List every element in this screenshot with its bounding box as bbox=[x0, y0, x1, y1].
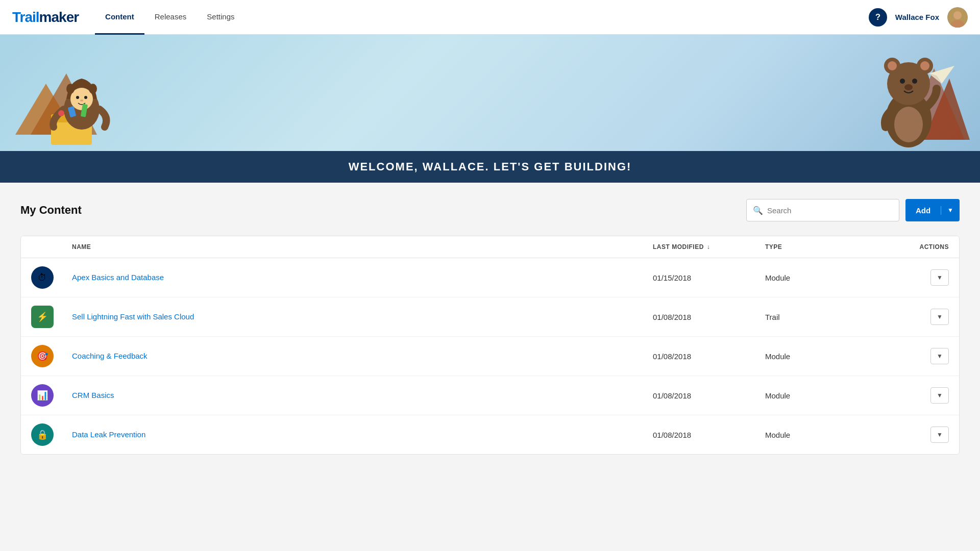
table-row: 🔒 Data Leak Prevention 01/08/2018 Module… bbox=[21, 415, 959, 454]
logo-maker: maker bbox=[39, 9, 79, 25]
svg-point-28 bbox=[894, 107, 923, 142]
main-content: My Content 🔍 Add ▼ NAME LAST MODIFIED ↓ bbox=[0, 183, 980, 471]
row-actions: ▼ bbox=[867, 269, 949, 286]
col-icon bbox=[31, 243, 72, 251]
add-button[interactable]: Add ▼ bbox=[905, 199, 960, 221]
svg-point-24 bbox=[920, 61, 929, 70]
row-date: 01/08/2018 bbox=[653, 352, 765, 361]
nav-tabs: Content Releases Settings bbox=[95, 0, 244, 35]
sort-arrow-icon: ↓ bbox=[707, 243, 710, 251]
content-icon: 🎯 bbox=[31, 345, 54, 367]
content-icon: 📊 bbox=[31, 384, 54, 407]
row-icon-cell: 📊 bbox=[31, 384, 72, 407]
row-icon-cell: 🔒 bbox=[31, 423, 72, 446]
svg-point-25 bbox=[900, 79, 905, 84]
content-name-link[interactable]: Sell Lightning Fast with Sales Cloud bbox=[72, 312, 194, 321]
svg-point-14 bbox=[58, 110, 64, 116]
svg-point-27 bbox=[904, 84, 913, 90]
row-date: 01/08/2018 bbox=[653, 431, 765, 439]
add-button-label: Add bbox=[905, 206, 941, 215]
svg-point-13 bbox=[89, 84, 97, 94]
row-date: 01/08/2018 bbox=[653, 391, 765, 400]
navbar-right: ? Wallace Fox bbox=[869, 7, 968, 28]
row-actions: ▼ bbox=[867, 309, 949, 325]
action-dropdown-button[interactable]: ▼ bbox=[930, 269, 949, 286]
svg-point-22 bbox=[888, 61, 897, 70]
row-date: 01/08/2018 bbox=[653, 313, 765, 321]
search-icon: 🔍 bbox=[753, 206, 763, 215]
hero-welcome-bar: WELCOME, WALLACE. LET'S GET BUILDING! bbox=[0, 151, 980, 183]
help-button[interactable]: ? bbox=[869, 8, 887, 27]
app-logo[interactable]: Trailmaker bbox=[12, 9, 79, 26]
col-actions: ACTIONS bbox=[867, 243, 949, 251]
svg-point-9 bbox=[76, 96, 79, 99]
content-name-link[interactable]: Apex Basics and Database bbox=[72, 273, 164, 282]
hero-character-left bbox=[15, 43, 143, 155]
table-header-row: NAME LAST MODIFIED ↓ TYPE ACTIONS bbox=[21, 236, 959, 258]
row-actions: ▼ bbox=[867, 427, 949, 443]
my-content-title: My Content bbox=[20, 204, 82, 217]
row-name-cell: Sell Lightning Fast with Sales Cloud bbox=[72, 312, 653, 321]
col-last-modified[interactable]: LAST MODIFIED ↓ bbox=[653, 243, 765, 251]
search-input[interactable] bbox=[767, 206, 893, 215]
tab-content[interactable]: Content bbox=[95, 0, 144, 35]
row-icon-cell: ⚡ bbox=[31, 306, 72, 328]
row-icon-cell: ⏱ bbox=[31, 266, 72, 289]
content-header: My Content 🔍 Add ▼ bbox=[20, 199, 960, 221]
table-body: ⏱ Apex Basics and Database 01/15/2018 Mo… bbox=[21, 258, 959, 454]
row-date: 01/15/2018 bbox=[653, 273, 765, 282]
row-icon-cell: 🎯 bbox=[31, 345, 72, 367]
content-table: NAME LAST MODIFIED ↓ TYPE ACTIONS ⏱ Apex… bbox=[20, 236, 960, 455]
row-type: Module bbox=[765, 352, 867, 361]
content-icon: ⏱ bbox=[31, 266, 54, 289]
logo-trail: Trail bbox=[12, 9, 39, 25]
user-name-label: Wallace Fox bbox=[895, 13, 939, 21]
row-type: Trail bbox=[765, 313, 867, 321]
row-type: Module bbox=[765, 391, 867, 400]
row-actions: ▼ bbox=[867, 348, 949, 364]
hero-character-right bbox=[857, 38, 970, 155]
content-name-link[interactable]: Data Leak Prevention bbox=[72, 430, 145, 439]
table-row: ⏱ Apex Basics and Database 01/15/2018 Mo… bbox=[21, 258, 959, 297]
action-dropdown-button[interactable]: ▼ bbox=[930, 348, 949, 364]
col-name[interactable]: NAME bbox=[72, 243, 653, 251]
row-name-cell: Apex Basics and Database bbox=[72, 273, 653, 282]
content-name-link[interactable]: CRM Basics bbox=[72, 391, 114, 399]
action-dropdown-button[interactable]: ▼ bbox=[930, 387, 949, 404]
content-name-link[interactable]: Coaching & Feedback bbox=[72, 352, 148, 360]
hero-banner: WELCOME, WALLACE. LET'S GET BUILDING! bbox=[0, 35, 980, 183]
row-type: Module bbox=[765, 273, 867, 282]
action-dropdown-button[interactable]: ▼ bbox=[930, 427, 949, 443]
add-button-dropdown-arrow[interactable]: ▼ bbox=[941, 207, 960, 214]
svg-point-11 bbox=[80, 99, 83, 102]
table-row: 🎯 Coaching & Feedback 01/08/2018 Module … bbox=[21, 337, 959, 376]
svg-point-1 bbox=[953, 11, 962, 19]
col-type[interactable]: TYPE bbox=[765, 243, 867, 251]
row-name-cell: Coaching & Feedback bbox=[72, 352, 653, 361]
content-icon: ⚡ bbox=[31, 306, 54, 328]
content-actions: 🔍 Add ▼ bbox=[746, 199, 960, 221]
row-actions: ▼ bbox=[867, 387, 949, 404]
tab-releases[interactable]: Releases bbox=[144, 0, 197, 35]
row-name-cell: Data Leak Prevention bbox=[72, 430, 653, 439]
row-name-cell: CRM Basics bbox=[72, 391, 653, 400]
welcome-text: WELCOME, WALLACE. LET'S GET BUILDING! bbox=[349, 160, 632, 173]
svg-point-10 bbox=[84, 96, 87, 99]
svg-point-26 bbox=[912, 79, 917, 84]
action-dropdown-button[interactable]: ▼ bbox=[930, 309, 949, 325]
search-box: 🔍 bbox=[746, 199, 899, 221]
content-icon: 🔒 bbox=[31, 423, 54, 446]
row-type: Module bbox=[765, 431, 867, 439]
user-avatar[interactable] bbox=[947, 7, 968, 28]
tab-settings[interactable]: Settings bbox=[197, 0, 244, 35]
navbar: Trailmaker Content Releases Settings ? W… bbox=[0, 0, 980, 35]
table-row: 📊 CRM Basics 01/08/2018 Module ▼ bbox=[21, 376, 959, 415]
table-row: ⚡ Sell Lightning Fast with Sales Cloud 0… bbox=[21, 297, 959, 337]
svg-point-12 bbox=[66, 84, 75, 94]
